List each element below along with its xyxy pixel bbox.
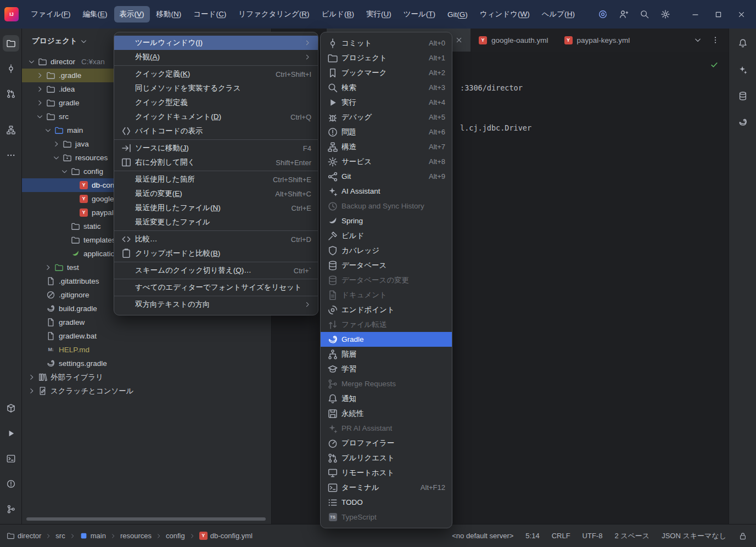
breadcrumb-item[interactable]: resources: [120, 532, 152, 540]
menu-item-persistence[interactable]: 永続性: [321, 406, 452, 421]
chevron-right-icon[interactable]: [36, 85, 44, 93]
menu-code[interactable]: コード(C): [188, 6, 232, 22]
chevron-right-icon[interactable]: [27, 373, 36, 381]
chevron-down-icon[interactable]: [44, 126, 52, 134]
menu-item-endpoints[interactable]: エンドポイント: [321, 302, 452, 317]
editor-tab[interactable]: Ygoogle-oauth.yml: [471, 29, 556, 52]
search-everywhere-icon[interactable]: [636, 6, 653, 22]
chevron-down-icon[interactable]: [52, 154, 60, 162]
menu-item-problems[interactable]: 問題Alt+6: [321, 125, 452, 139]
chevron-right-icon[interactable]: [44, 263, 52, 272]
tree-item[interactable]: gradlew.bat: [22, 329, 271, 343]
menu-item-learn[interactable]: 学習: [321, 362, 452, 376]
default-server-status[interactable]: <no default server>: [452, 532, 513, 540]
menu-item-spring[interactable]: Spring: [321, 213, 452, 228]
menu-item-quick-switch-scheme[interactable]: スキームのクイック切り替え(Q)…Ctrl+`: [114, 263, 318, 278]
tree-item[interactable]: M↓HELP.md: [22, 343, 271, 357]
menu-view[interactable]: 表示(V): [114, 6, 150, 22]
chevron-down-icon[interactable]: [80, 37, 88, 46]
menu-item-quick-definition[interactable]: クイック定義(K)Ctrl+Shift+I: [114, 67, 318, 81]
indent[interactable]: 2 スペース: [614, 531, 649, 541]
notifications-tool-button[interactable]: [735, 35, 751, 52]
chevron-down-icon[interactable]: [36, 112, 44, 121]
menu-item-reset-font-size[interactable]: すべてのエディターでフォントサイズをリセット: [114, 280, 318, 295]
menu-item-build[interactable]: ビルド: [321, 228, 452, 243]
menu-item-quick-type-definition[interactable]: クイック型定義: [114, 95, 318, 110]
menu-window[interactable]: ウィンドウ(W): [474, 6, 535, 22]
breadcrumb-item[interactable]: main: [80, 532, 106, 540]
menu-item-appearance[interactable]: 外観(A): [114, 50, 318, 64]
editor-tab[interactable]: Ypaypal-keys.yml: [556, 29, 638, 52]
menu-item-recently-changed-files[interactable]: 最近変更したファイル: [114, 215, 318, 229]
menu-git[interactable]: Git(G): [442, 7, 473, 22]
chevron-right-icon[interactable]: [36, 99, 44, 107]
terminal-tool-button[interactable]: [3, 450, 19, 467]
commit-tool-button[interactable]: [3, 60, 19, 77]
json-schema[interactable]: JSON スキーマなし: [662, 531, 726, 541]
menu-item-jump-to-source[interactable]: ソースに移動(J)F4: [114, 141, 318, 155]
menu-item-hierarchy[interactable]: 階層: [321, 347, 452, 362]
chevron-right-icon[interactable]: [52, 140, 60, 148]
menu-item-debug[interactable]: デバッグAlt+5: [321, 110, 452, 125]
line-ending[interactable]: CRLF: [552, 532, 570, 540]
database-tool-button[interactable]: [735, 88, 751, 104]
menu-item-todo[interactable]: TODO: [321, 495, 452, 510]
breadcrumb-item[interactable]: src: [55, 532, 65, 540]
breadcrumb-item[interactable]: director: [7, 532, 41, 540]
menu-item-database[interactable]: データベース: [321, 258, 452, 273]
menu-item-quick-documentation[interactable]: クイックドキュメント(D)Ctrl+Q: [114, 110, 318, 124]
more-tools-button[interactable]: [3, 147, 19, 163]
menu-item-git[interactable]: GitAlt+9: [321, 169, 452, 184]
menu-item-coverage[interactable]: カバレッジ: [321, 243, 452, 258]
menu-item-project[interactable]: プロジェクトAlt+1: [321, 50, 452, 65]
menu-item-compare-with-clipboard[interactable]: クリップボードと比較(B): [114, 246, 318, 261]
code-with-me-icon[interactable]: [615, 6, 632, 22]
tree-item[interactable]: 外部ライブラリ: [22, 370, 271, 384]
ai-assistant-icon[interactable]: [595, 6, 611, 22]
menu-item-terminal[interactable]: ターミナルAlt+F12: [321, 480, 452, 495]
chevron-right-icon[interactable]: [27, 387, 36, 395]
gradle-tool-button[interactable]: [735, 114, 751, 131]
tree-item[interactable]: gradlew: [22, 315, 271, 329]
menu-item-services[interactable]: サービスAlt+8: [321, 154, 452, 169]
settings-icon[interactable]: [657, 6, 674, 22]
menu-item-bookmarks[interactable]: ブックマークAlt+2: [321, 65, 452, 80]
menu-tools[interactable]: ツール(T): [398, 6, 441, 22]
minimize-button[interactable]: [684, 3, 707, 25]
menu-item-recent-changes[interactable]: 最近の変更(E)Alt+Shift+C: [114, 187, 318, 201]
tab-options-menu[interactable]: [711, 36, 720, 44]
pull-requests-tool-button[interactable]: [3, 86, 19, 102]
menu-item-classes-implementing-same-method[interactable]: 同じメソッドを実装するクラス: [114, 81, 318, 95]
chevron-down-icon[interactable]: [60, 167, 69, 176]
menu-help[interactable]: ヘルプ(H): [536, 6, 580, 22]
menu-item-tool-windows[interactable]: ツールウィンドウ(I): [114, 36, 318, 50]
menu-build[interactable]: ビルド(B): [316, 6, 359, 22]
tree-item[interactable]: settings.gradle: [22, 357, 271, 370]
project-horizontal-scrollbar[interactable]: [26, 517, 266, 521]
chevron-right-icon[interactable]: [36, 71, 44, 80]
project-tool-button[interactable]: [3, 35, 19, 52]
caret-position[interactable]: 5:14: [525, 532, 539, 540]
maximize-button[interactable]: [707, 3, 730, 25]
close-tab-icon[interactable]: [455, 36, 463, 44]
chevron-down-icon[interactable]: [27, 58, 36, 66]
problems-tool-button[interactable]: [3, 476, 19, 492]
menu-file[interactable]: ファイル(F): [25, 6, 76, 22]
version-control-tool-button[interactable]: [3, 501, 19, 517]
readonly-toggle[interactable]: [738, 532, 747, 540]
menu-item-recent-locations[interactable]: 最近使用した箇所Ctrl+Shift+E: [114, 172, 318, 187]
structure-tool-button[interactable]: [3, 122, 19, 138]
menu-item-gradle[interactable]: Gradle: [321, 332, 452, 347]
menu-item-bidi-text-direction[interactable]: 双方向テキストの方向: [114, 297, 318, 312]
run-tool-button[interactable]: [3, 425, 19, 442]
ai-assistant-tool-button[interactable]: [735, 61, 751, 78]
breadcrumb-item[interactable]: Ydb-config.yml: [199, 532, 253, 540]
tab-list-dropdown[interactable]: [693, 36, 702, 44]
menu-item-remote-host[interactable]: リモートホスト: [321, 465, 452, 480]
menu-refactor[interactable]: リファクタリング(R): [233, 6, 315, 22]
menu-item-commit[interactable]: コミットAlt+0: [321, 36, 452, 50]
menu-item-recent-files[interactable]: 最近使用したファイル(N)Ctrl+E: [114, 201, 318, 215]
menu-item-notifications[interactable]: 通知: [321, 391, 452, 406]
build-tool-button[interactable]: [3, 400, 19, 416]
menu-item-profiler[interactable]: プロファイラー: [321, 436, 452, 450]
